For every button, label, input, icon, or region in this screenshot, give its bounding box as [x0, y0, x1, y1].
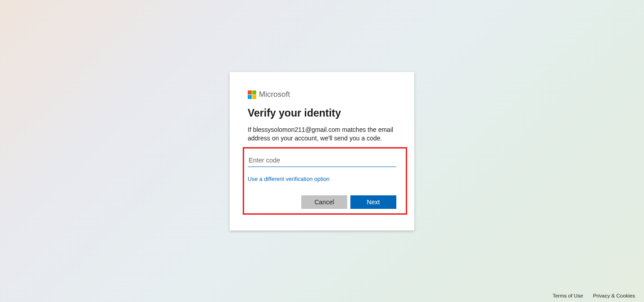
brand-name: Microsoft — [259, 90, 290, 99]
privacy-cookies-link[interactable]: Privacy & Cookies — [593, 293, 635, 298]
highlighted-form-area: Use a different verification option Canc… — [243, 147, 407, 215]
dialog-heading: Verify your identity — [248, 107, 396, 119]
footer-links: Terms of Use Privacy & Cookies — [553, 293, 635, 298]
terms-of-use-link[interactable]: Terms of Use — [553, 293, 583, 298]
brand-logo: Microsoft — [248, 90, 396, 99]
button-row: Cancel Next — [248, 195, 396, 209]
cancel-button[interactable]: Cancel — [301, 195, 347, 209]
code-input[interactable] — [248, 153, 396, 167]
next-button[interactable]: Next — [350, 195, 396, 209]
different-verification-link[interactable]: Use a different verification option — [248, 176, 330, 182]
verify-identity-dialog: Microsoft Verify your identity If blessy… — [230, 72, 414, 230]
dialog-description: If blessysolomon211@gmail.com matches th… — [248, 126, 396, 143]
microsoft-logo-icon — [248, 90, 256, 99]
